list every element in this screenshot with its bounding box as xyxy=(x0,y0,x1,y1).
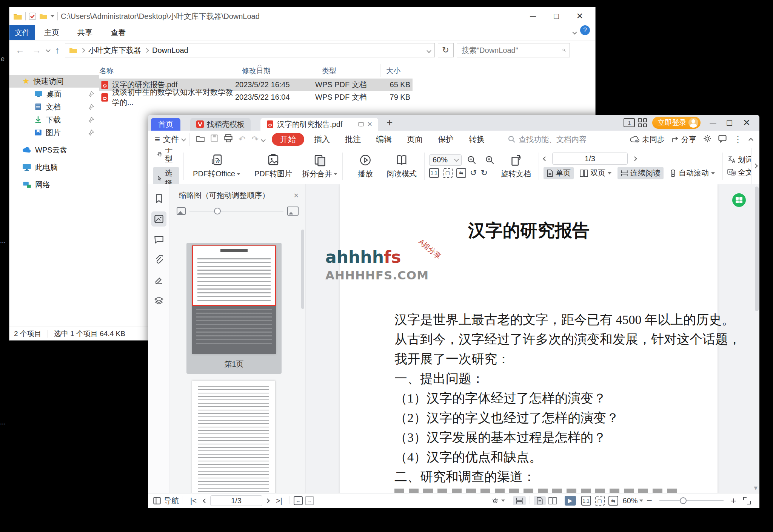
help-button[interactable]: ? xyxy=(580,25,590,35)
small-thumbnail-icon[interactable] xyxy=(177,207,186,215)
column-header-name[interactable]: 名称 xyxy=(99,63,235,79)
scroll-down-icon[interactable]: ▼ xyxy=(753,485,759,492)
ribbon-tab-convert[interactable]: 转换 xyxy=(461,133,492,146)
zoom-select[interactable]: 60% xyxy=(429,154,462,166)
sidebar-item-wps-cloud[interactable]: WPS云盘 xyxy=(9,143,99,156)
fullscreen-button[interactable] xyxy=(740,497,754,504)
continuous-read-toggle[interactable] xyxy=(513,496,526,505)
ribbon-tab-insert[interactable]: 插入 xyxy=(306,133,337,146)
slider-track[interactable] xyxy=(189,211,283,211)
workspace-grid-icon[interactable] xyxy=(638,118,647,127)
toolbar-expand-button[interactable] xyxy=(751,148,759,184)
fit-page-icon[interactable]: ▢ xyxy=(443,168,453,178)
address-box[interactable]: 小叶文库下载器 DownLoad xyxy=(65,43,435,57)
search-box[interactable] xyxy=(457,43,570,57)
double-page-toggle[interactable] xyxy=(546,496,559,505)
redo-icon[interactable]: ↷ xyxy=(248,134,261,144)
attachments-panel-icon[interactable] xyxy=(151,252,166,267)
document-scrollbar[interactable] xyxy=(755,187,759,311)
single-page-toggle[interactable] xyxy=(534,496,546,505)
thumbnail-page-1[interactable]: 第1页 xyxy=(186,243,282,374)
quickbar-caret-icon[interactable] xyxy=(262,135,265,144)
prev-page-icon[interactable] xyxy=(200,499,210,503)
undo-icon[interactable]: ↶ xyxy=(236,134,248,144)
properties-check-icon[interactable] xyxy=(29,12,36,20)
sidebar-item-quick-access[interactable]: ★ 快速访问 xyxy=(9,75,99,88)
auto-scroll-button[interactable]: 自动滚动 xyxy=(667,167,718,179)
zoom-slider-track[interactable] xyxy=(659,500,724,501)
eye-protect-button[interactable] xyxy=(491,497,505,505)
explorer-close-button[interactable]: ✕ xyxy=(568,7,591,25)
forward-icon[interactable]: → xyxy=(30,45,43,56)
history-forward-icon[interactable]: → xyxy=(305,496,314,505)
sidebar-item-downloads[interactable]: 下载 xyxy=(9,113,99,126)
feedback-icon[interactable] xyxy=(718,134,727,145)
wps-close-button[interactable]: ✕ xyxy=(739,117,754,128)
breadcrumb-folder[interactable]: 小叶文库下载器 xyxy=(88,45,141,56)
pdf-to-office-button[interactable]: W PDF转Office xyxy=(188,153,245,179)
comments-panel-icon[interactable] xyxy=(151,232,166,247)
zoom-in-icon[interactable] xyxy=(482,156,498,165)
tab-close-icon[interactable]: × xyxy=(367,119,372,129)
sidebar-item-desktop[interactable]: 桌面 xyxy=(9,88,99,100)
actual-size-icon[interactable]: 1:1 xyxy=(581,496,591,506)
zoom-out-button[interactable]: − xyxy=(643,495,656,507)
sidebar-item-pictures[interactable]: 图片 xyxy=(9,126,99,139)
thumbnails-panel-icon[interactable] xyxy=(151,211,166,227)
tab-document[interactable]: 汉字的研究报告.pdf × xyxy=(260,118,378,131)
fit-width-icon[interactable]: ⇆ xyxy=(456,168,466,178)
select-tool-button[interactable]: 选择 xyxy=(153,167,179,185)
zoom-in-button[interactable]: + xyxy=(727,495,740,507)
zoom-slider-knob[interactable] xyxy=(680,497,687,504)
next-page-icon[interactable] xyxy=(632,156,637,161)
file-menu-button[interactable]: ≡ 文件 xyxy=(155,134,185,145)
navigation-button[interactable]: 导航 xyxy=(153,496,179,506)
rotate-document-button[interactable]: 旋转文档 xyxy=(498,153,534,179)
sidebar-item-network[interactable]: 网络 xyxy=(9,178,99,191)
menu-file[interactable]: 文件 xyxy=(9,25,35,40)
play-slideshow-button[interactable]: ▶ xyxy=(565,496,576,506)
split-merge-button[interactable]: 拆分合并 xyxy=(302,153,338,179)
ribbon-collapse-icon[interactable] xyxy=(573,25,576,40)
explorer-minimize-button[interactable]: ─ xyxy=(521,7,545,25)
single-window-mode-icon[interactable]: 1 xyxy=(624,118,635,127)
ribbon-tab-protect[interactable]: 保护 xyxy=(430,133,461,146)
fit-page-icon[interactable]: ▢ xyxy=(595,496,605,506)
table-tools-float-button[interactable] xyxy=(732,193,746,207)
column-header-modified[interactable]: 修改日期 xyxy=(242,63,271,79)
pdf-page[interactable]: 汉字的研究报告 ahhhhfs A姐分享 AHHHHFS.COM 汉字是世界上最… xyxy=(340,184,718,493)
refresh-button[interactable]: ↻ xyxy=(438,43,454,57)
wps-maximize-button[interactable]: □ xyxy=(723,117,736,128)
hand-tool-button[interactable]: 手型 xyxy=(153,148,179,165)
recent-locations-caret-icon[interactable] xyxy=(46,47,50,54)
save-icon[interactable] xyxy=(208,134,221,144)
ribbon-tab-page[interactable]: 页面 xyxy=(399,133,430,146)
history-back-icon[interactable]: ← xyxy=(294,496,303,505)
column-header-size[interactable]: 大小 xyxy=(386,63,400,79)
more-menu-icon[interactable]: ⋮ xyxy=(733,134,742,145)
signature-panel-icon[interactable] xyxy=(151,273,166,288)
page-indicator-input[interactable]: 1/3 xyxy=(210,495,262,506)
share-button[interactable]: 分享 xyxy=(671,134,696,145)
address-dropdown-caret-icon[interactable] xyxy=(427,46,431,55)
qat-customize-caret-icon[interactable] xyxy=(51,15,54,17)
menu-home[interactable]: 主页 xyxy=(35,25,68,40)
new-tab-button[interactable]: + xyxy=(386,117,393,129)
settings-gear-icon[interactable] xyxy=(703,134,711,145)
rotate-right-icon[interactable]: ↻ xyxy=(480,168,487,178)
tab-pin-icon[interactable] xyxy=(358,121,364,128)
column-header-type[interactable]: 类型 xyxy=(322,63,336,79)
sync-status[interactable]: 未同步 xyxy=(630,134,665,145)
open-icon[interactable] xyxy=(193,134,208,144)
menu-share[interactable]: 共享 xyxy=(68,25,102,40)
thumbnail-panel-close-icon[interactable]: × xyxy=(294,191,299,200)
menu-view[interactable]: 查看 xyxy=(102,25,135,40)
ribbon-tab-edit[interactable]: 编辑 xyxy=(368,133,399,146)
explorer-title-bar[interactable]: C:\Users\Administrator\Desktop\小叶文库下载器\D… xyxy=(9,7,595,25)
tab-docer[interactable]: 找稻壳模板 xyxy=(190,118,251,131)
wps-minimize-button[interactable]: ─ xyxy=(706,117,720,128)
layers-panel-icon[interactable] xyxy=(151,293,166,308)
print-icon[interactable] xyxy=(221,134,236,145)
read-mode-button[interactable]: 阅读模式 xyxy=(383,153,420,179)
page-indicator-input[interactable]: 1/3 xyxy=(552,153,628,165)
